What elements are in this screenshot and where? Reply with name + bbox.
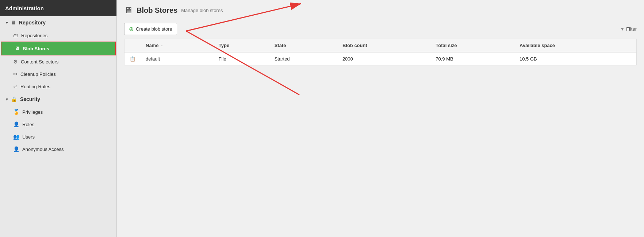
sidebar-roles-item[interactable]: 👤 Roles: [0, 118, 116, 131]
sidebar-blob-stores-item[interactable]: 🖥 Blob Stores: [1, 42, 115, 55]
col-state-header[interactable]: State: [269, 39, 337, 53]
col-blob-count-label: Blob count: [342, 43, 367, 48]
col-available-space-label: Available space: [520, 43, 555, 48]
col-icon-header: [124, 39, 141, 53]
blob-stores-icon: 🖥: [15, 46, 20, 51]
row-icon-cell: 📋: [124, 52, 141, 66]
filter-icon: ▼: [620, 26, 625, 32]
row-blob-count-cell: 2000: [337, 52, 430, 66]
sidebar-anonymous-access-item[interactable]: 👤 Anonymous Access: [0, 143, 116, 155]
main-header: 🖥 Blob Stores Manage blob stores: [117, 0, 644, 19]
filter-label: Filter: [626, 26, 637, 32]
sidebar-header: Administration: [0, 0, 116, 16]
security-section-icon: 🔒: [11, 96, 17, 102]
row-total-size-cell: 70.9 MB: [430, 52, 514, 66]
table-header-row: Name ↑ Type State Blob count: [124, 39, 637, 53]
content-selectors-label: Content Selectors: [21, 59, 58, 65]
create-btn-label: Create blob store: [136, 26, 172, 32]
sidebar-routing-rules-item[interactable]: ⇌ Routing Rules: [0, 80, 116, 93]
cleanup-policies-label: Cleanup Policies: [20, 71, 56, 77]
row-type-cell: File: [214, 52, 269, 66]
col-available-space-header[interactable]: Available space: [514, 39, 636, 53]
content-selectors-icon: ⚙: [13, 59, 18, 65]
routing-rules-label: Routing Rules: [20, 84, 50, 89]
table-row[interactable]: 📋 default File Started 2000 70.9 MB 10.5…: [124, 52, 637, 66]
sidebar-section-security[interactable]: ▼ 🔒 Security: [0, 93, 116, 106]
sidebar-privileges-item[interactable]: 🏅 Privileges: [0, 106, 116, 118]
sort-asc-icon: ↑: [161, 44, 163, 48]
table-container: Name ↑ Type State Blob count: [117, 39, 644, 237]
repositories-icon: 🗃: [13, 32, 18, 38]
filter-button[interactable]: ▼ Filter: [620, 26, 637, 32]
anonymous-access-label: Anonymous Access: [22, 147, 64, 152]
triangle-icon: ▼: [5, 21, 9, 25]
sidebar-users-item[interactable]: 👥 Users: [0, 131, 116, 143]
sidebar-section-repository-label: Repository: [19, 20, 46, 26]
sidebar-repositories-item[interactable]: 🗃 Repositories: [0, 29, 116, 42]
main-area: 🖥 Blob Stores Manage blob stores ⊕ Creat…: [117, 0, 644, 237]
col-total-size-label: Total size: [436, 43, 457, 48]
repository-section-icon: 🖥: [11, 20, 16, 26]
blob-stores-table: Name ↑ Type State Blob count: [124, 39, 637, 66]
repositories-label: Repositories: [21, 33, 47, 38]
main-header-subtitle: Manage blob stores: [181, 8, 223, 13]
users-icon: 👥: [13, 134, 19, 140]
col-total-size-header[interactable]: Total size: [430, 39, 514, 53]
main-content: 🖥 Blob Stores Manage blob stores ⊕ Creat…: [117, 0, 644, 237]
row-available-space-cell: 10.5 GB: [514, 52, 636, 66]
cleanup-policies-icon: ✂: [13, 71, 18, 77]
blob-stores-wrapper: 🖥 Blob Stores: [1, 42, 116, 55]
roles-icon: 👤: [13, 121, 19, 127]
main-header-icon: 🖥: [124, 5, 133, 15]
col-name-header[interactable]: Name ↑: [141, 39, 214, 53]
toolbar: ⊕ Create blob store ▼ Filter: [117, 19, 644, 39]
row-state-cell: Started: [269, 52, 337, 66]
security-triangle-icon: ▼: [5, 97, 9, 101]
create-btn-icon: ⊕: [129, 26, 134, 32]
row-name-cell: default: [141, 52, 214, 66]
sidebar-section-security-label: Security: [20, 96, 40, 102]
anonymous-access-icon: 👤: [13, 146, 19, 152]
privileges-icon: 🏅: [13, 109, 19, 115]
blob-stores-label: Blob Stores: [23, 46, 49, 51]
main-header-title: Blob Stores: [137, 6, 177, 15]
sidebar-content-selectors-item[interactable]: ⚙ Content Selectors: [0, 55, 116, 68]
col-name-label: Name: [146, 43, 158, 48]
sidebar: Administration ▼ 🖥 Repository 🗃 Reposito…: [0, 0, 117, 237]
col-type-label: Type: [219, 43, 229, 48]
sidebar-section-repository[interactable]: ▼ 🖥 Repository: [0, 16, 116, 29]
col-blob-count-header[interactable]: Blob count: [337, 39, 430, 53]
sidebar-cleanup-policies-item[interactable]: ✂ Cleanup Policies: [0, 68, 116, 80]
privileges-label: Privileges: [22, 109, 43, 115]
routing-rules-icon: ⇌: [13, 83, 18, 89]
col-state-label: State: [275, 43, 286, 48]
sidebar-header-label: Administration: [5, 5, 44, 11]
roles-label: Roles: [22, 122, 34, 127]
create-blob-store-button[interactable]: ⊕ Create blob store: [124, 23, 177, 35]
users-label: Users: [22, 134, 35, 140]
col-type-header[interactable]: Type: [214, 39, 269, 53]
